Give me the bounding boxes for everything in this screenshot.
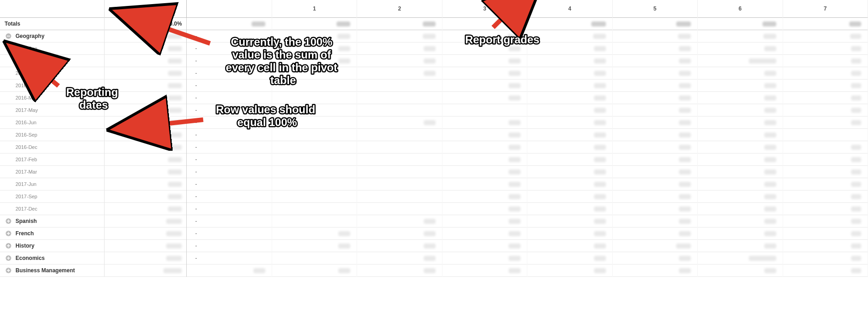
svg-rect-16 <box>8 269 9 272</box>
header-grade-3[interactable]: 3 <box>442 0 527 17</box>
date-row[interactable]: 2017-Mar - <box>0 165 868 178</box>
cell <box>187 17 272 30</box>
date-row[interactable]: 2015-Sep - <box>0 42 868 54</box>
date-row[interactable]: 2017-Jun - <box>0 178 868 190</box>
date-row[interactable]: 2016-Mar - <box>0 79 868 91</box>
subject-row-business-management[interactable]: Business Management <box>0 264 868 276</box>
subject-label: Spanish <box>16 218 37 224</box>
expand-icon[interactable] <box>5 243 11 249</box>
header-row: Totals 1 2 3 4 5 6 7 <box>0 0 868 17</box>
cell <box>698 30 783 42</box>
subject-label: Economics <box>16 255 45 261</box>
cell <box>105 42 187 54</box>
subject-row-spanish[interactable]: Spanish - <box>0 215 868 227</box>
cell <box>783 30 868 42</box>
cell: - <box>187 30 272 42</box>
header-grade-2[interactable]: 2 <box>357 0 442 17</box>
header-blank <box>0 0 105 17</box>
cell <box>698 17 783 30</box>
totals-label: Totals <box>0 17 105 30</box>
subject-label: Business Management <box>16 267 75 274</box>
date-row[interactable]: 2016-Sep - <box>0 128 868 141</box>
subject-row-history[interactable]: History - <box>0 239 868 252</box>
totals-row: Totals 100.0% <box>0 17 868 30</box>
cell <box>272 30 357 42</box>
cell <box>783 17 868 30</box>
header-grade-4[interactable]: 4 <box>527 0 612 17</box>
cell <box>442 30 527 42</box>
cell <box>105 30 187 42</box>
date-label: 2015-Sep <box>0 42 105 54</box>
date-row[interactable]: 2016-Dec - <box>0 141 868 153</box>
expand-icon[interactable] <box>5 255 11 261</box>
cell <box>357 30 442 42</box>
pivot-table: Totals 1 2 3 4 5 6 7 Totals 100.0% Geogr… <box>0 0 868 277</box>
header-grade-blank[interactable] <box>187 0 272 17</box>
subject-row-geography[interactable]: Geography - <box>0 30 868 42</box>
header-totals[interactable]: Totals <box>105 0 187 17</box>
cell <box>442 17 527 30</box>
svg-rect-4 <box>8 219 9 222</box>
subject-label: History <box>16 243 34 249</box>
expand-icon[interactable] <box>5 230 11 236</box>
date-row[interactable]: 2017-Dec - <box>0 202 868 215</box>
header-grade-6[interactable]: 6 <box>698 0 783 17</box>
cell <box>527 30 612 42</box>
date-row[interactable]: 2017-Sep - <box>0 190 868 202</box>
date-row[interactable]: 2017-May - <box>0 104 868 116</box>
cell <box>272 17 357 30</box>
svg-rect-13 <box>8 256 9 259</box>
collapse-icon[interactable] <box>5 33 11 39</box>
subject-label: Geography <box>16 33 44 39</box>
date-row[interactable]: 2016-May - <box>0 91 868 104</box>
cell <box>357 17 442 30</box>
expand-icon[interactable] <box>5 218 11 224</box>
header-grade-5[interactable]: 5 <box>612 0 697 17</box>
cell <box>612 30 697 42</box>
date-row[interactable]: 2017-Feb - <box>0 153 868 165</box>
subject-row-economics[interactable]: Economics - <box>0 252 868 264</box>
svg-rect-10 <box>8 244 9 247</box>
header-grade-1[interactable]: 1 <box>272 0 357 17</box>
header-grade-7[interactable]: 7 <box>783 0 868 17</box>
subject-row-french[interactable]: French - <box>0 227 868 239</box>
cell <box>612 17 697 30</box>
date-row[interactable]: 2016-Feb - <box>0 67 868 79</box>
svg-rect-7 <box>8 232 9 235</box>
subject-label: French <box>16 230 34 237</box>
date-row[interactable]: 2015-Dec - <box>0 54 868 67</box>
cell <box>527 17 612 30</box>
expand-icon[interactable] <box>5 267 11 273</box>
svg-rect-1 <box>7 36 10 37</box>
totals-value: 100.0% <box>105 17 187 30</box>
date-row[interactable]: 2016-Jun - <box>0 116 868 128</box>
